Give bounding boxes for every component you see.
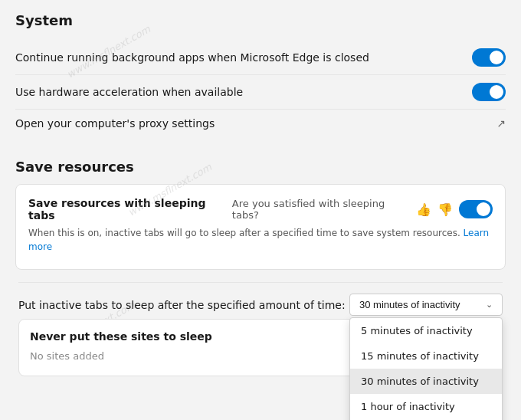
external-link-icon[interactable]: ↗ bbox=[496, 117, 506, 130]
never-sleep-label: Never put these sites to sleep bbox=[30, 330, 375, 343]
chevron-down-icon: ⌄ bbox=[486, 300, 493, 310]
sleep-dropdown-value: 30 minutes of inactivity bbox=[359, 299, 460, 310]
save-resources-section: Save resources Save resources with sleep… bbox=[15, 159, 506, 376]
hardware-acceleration-toggle[interactable] bbox=[472, 83, 506, 101]
thumbs-down-icon[interactable]: 👎 bbox=[437, 202, 453, 217]
background-apps-toggle[interactable] bbox=[472, 48, 506, 67]
card-description: When this is on, inactive tabs will go t… bbox=[28, 226, 493, 254]
sleep-setting-label: Put inactive tabs to sleep after the spe… bbox=[18, 299, 346, 311]
feedback-label: Are you satisfied with sleeping tabs? bbox=[232, 198, 410, 221]
save-resources-title: Save resources bbox=[15, 159, 506, 175]
background-apps-row: Continue running background apps when Mi… bbox=[15, 41, 506, 75]
sleep-dropdown-menu: 5 minutes of inactivity 15 minutes of in… bbox=[349, 317, 503, 420]
system-section-title: System bbox=[15, 12, 506, 28]
dropdown-item-15min[interactable]: 15 minutes of inactivity bbox=[350, 343, 502, 369]
hardware-acceleration-row: Use hardware acceleration when available bbox=[15, 75, 506, 110]
dropdown-item-1hr[interactable]: 1 hour of inactivity bbox=[350, 394, 502, 419]
sleep-setting-area: Put inactive tabs to sleep after the spe… bbox=[15, 282, 506, 376]
system-section: System Continue running background apps … bbox=[15, 12, 506, 140]
proxy-settings-label: Open your computer's proxy settings bbox=[15, 117, 496, 130]
proxy-settings-row: Open your computer's proxy settings ↗ bbox=[15, 110, 506, 137]
card-header: Save resources with sleeping tabs Are yo… bbox=[28, 197, 493, 221]
sleep-dropdown-button[interactable]: 30 minutes of inactivity ⌄ bbox=[349, 294, 503, 316]
never-sleep-section: Never put these sites to sleep No sites … bbox=[18, 319, 386, 376]
card-title: Save resources with sleeping tabs bbox=[28, 197, 232, 221]
dropdown-item-30min[interactable]: 30 minutes of inactivity bbox=[350, 369, 502, 394]
sleep-dropdown-container: 30 minutes of inactivity ⌄ 5 minutes of … bbox=[349, 294, 503, 316]
hardware-acceleration-label: Use hardware acceleration when available bbox=[15, 86, 472, 98]
card-feedback: Are you satisfied with sleeping tabs? 👍 … bbox=[232, 198, 493, 221]
no-sites-text: No sites added bbox=[30, 347, 375, 365]
thumbs-up-icon[interactable]: 👍 bbox=[416, 202, 431, 217]
sleep-setting-row: Put inactive tabs to sleep after the spe… bbox=[18, 282, 503, 316]
background-apps-label: Continue running background apps when Mi… bbox=[15, 51, 472, 64]
settings-page: www.msflnext.com www.msflnext.com www.ms… bbox=[0, 0, 521, 389]
dropdown-item-5min[interactable]: 5 minutes of inactivity bbox=[350, 318, 502, 343]
sleeping-tabs-toggle[interactable] bbox=[459, 200, 493, 218]
sleeping-tabs-card: Save resources with sleeping tabs Are yo… bbox=[15, 184, 506, 270]
